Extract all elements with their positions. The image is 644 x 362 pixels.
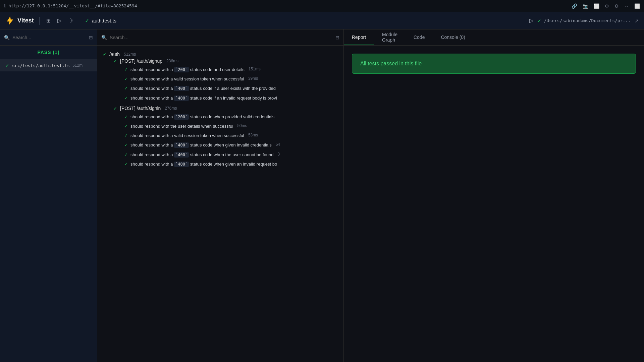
- test-name: should respond with the user details whe…: [130, 123, 233, 129]
- resize-icon[interactable]: ↔: [624, 3, 629, 9]
- test-check-icon: ✓: [124, 152, 128, 157]
- report-tabs: Report ModuleGraph Code Console (0): [344, 29, 644, 46]
- file-search-bar: 🔍 ⊟: [0, 29, 97, 46]
- test-item: ✓ should respond with a `400` status cod…: [124, 160, 338, 169]
- suite-check-icon-auth: ✓: [103, 52, 107, 57]
- test-group-signup: ✓ [POST] /auth/signup 236ms ✓ should res…: [103, 58, 338, 103]
- test-item: ✓ should respond with a valid session to…: [124, 74, 338, 84]
- test-time: 54: [276, 142, 280, 147]
- signin-tests: ✓ should respond with a `200` status cod…: [113, 112, 338, 169]
- group-time-signup: 236ms: [166, 59, 178, 63]
- test-name: should respond with a `400` status code …: [130, 152, 273, 158]
- filter-icon[interactable]: ⊟: [89, 35, 93, 40]
- test-time: 3: [277, 152, 280, 157]
- group-header-signin: ✓ [POST] /auth/signin 276ms: [113, 106, 338, 111]
- test-check-icon: ✓: [124, 142, 128, 147]
- all-tests-passed-text: All tests passed in this file: [360, 61, 422, 66]
- link-icon[interactable]: 🔗: [572, 3, 577, 9]
- group-check-icon-signin: ✓: [113, 106, 117, 111]
- report-content: All tests passed in this file: [344, 46, 644, 82]
- vitest-logo-icon: [5, 16, 15, 25]
- test-suite-auth: ✓ /auth 512ms ✓ [POST] /auth/signup 236m…: [97, 50, 343, 171]
- file-item-time: 512m: [72, 63, 83, 68]
- window-icon[interactable]: ⬜: [634, 3, 640, 9]
- file-search-input[interactable]: [12, 35, 86, 40]
- test-name: should respond with a `400` status code …: [130, 85, 276, 92]
- tab-icon[interactable]: ⬜: [594, 3, 599, 9]
- test-item: ✓ should respond with a `200` status cod…: [124, 65, 338, 74]
- test-item: ✓ should respond with a `400` status cod…: [124, 84, 338, 93]
- logo: Vitest: [5, 16, 34, 25]
- test-list: ✓ /auth 512ms ✓ [POST] /auth/signup 236m…: [97, 46, 343, 362]
- test-search-icon: 🔍: [101, 35, 107, 40]
- group-name-signin: [POST] /auth/signin: [120, 106, 161, 111]
- test-name: should respond with a `400` status code …: [130, 142, 272, 148]
- report-panel: Report ModuleGraph Code Console (0) All …: [344, 29, 644, 362]
- test-panel: 🔍 ⊟ ✓ /auth 512ms ✓ [POST]: [97, 29, 344, 362]
- test-check-icon: ✓: [124, 114, 128, 119]
- test-name: should respond with a `400` status code …: [130, 161, 277, 167]
- tab-report[interactable]: Report: [344, 29, 374, 45]
- grid-button[interactable]: ⊞: [45, 16, 52, 25]
- tab-console[interactable]: Console (0): [433, 29, 473, 45]
- group-time-signin: 276ms: [165, 106, 177, 111]
- test-name: should respond with a valid session toke…: [130, 133, 244, 139]
- test-name: should respond with a `200` status code …: [130, 114, 274, 120]
- test-check-icon: ✓: [124, 133, 128, 138]
- svg-marker-0: [7, 16, 13, 25]
- test-check-icon: ✓: [124, 124, 128, 129]
- test-search-bar: 🔍 ⊟: [97, 29, 343, 46]
- all-tests-passed-banner: All tests passed in this file: [352, 54, 636, 74]
- test-check-icon: ✓: [124, 67, 128, 72]
- toolbar: Vitest ⊞ ▷ ☽ ✓ auth.test.ts ▷ ✓ /Users/s…: [0, 12, 644, 29]
- group-check-icon-signup: ✓: [113, 58, 117, 64]
- test-check-icon: ✓: [124, 96, 128, 101]
- test-item: ✓ should respond with a `200` status cod…: [124, 112, 338, 122]
- run-button[interactable]: ▷: [56, 16, 63, 25]
- test-item: ✓ should respond with a `400` status cod…: [124, 94, 338, 103]
- test-item: ✓ should respond with a `400` status cod…: [124, 140, 338, 150]
- file-check-icon: ✓: [85, 17, 89, 24]
- toolbar-actions: ⊞ ▷ ☽: [45, 16, 74, 25]
- main-content: 🔍 ⊟ PASS (1) ✓ src/tests/auth.test.ts 51…: [0, 29, 644, 362]
- tab-module-graph[interactable]: ModuleGraph: [374, 29, 406, 45]
- camera-icon[interactable]: 📷: [583, 3, 588, 9]
- browser-actions: 🔗 📷 ⬜ ⚙ ⚙ ↔ ⬜: [572, 3, 640, 9]
- group-name-signup: [POST] /auth/signup: [120, 58, 162, 64]
- browser-bar: ℹ http://127.0.0.1:51204/__vitest__/#fil…: [0, 0, 644, 12]
- settings-icon[interactable]: ⚙: [605, 3, 609, 9]
- group-header-signup: ✓ [POST] /auth/signup 236ms: [113, 58, 338, 64]
- file-list-item[interactable]: ✓ src/tests/auth.test.ts 512m: [0, 59, 97, 71]
- test-name: should respond with a `400` status code …: [130, 95, 277, 101]
- open-external-icon[interactable]: ↗: [635, 18, 639, 23]
- file-path: ✓ /Users/sabinadams/Documents/pr...: [537, 18, 631, 23]
- signup-tests: ✓ should respond with a `200` status cod…: [113, 65, 338, 103]
- test-item: ✓ should respond with a `400` status cod…: [124, 150, 338, 160]
- toolbar-divider: [39, 17, 40, 25]
- suite-time-auth: 512ms: [124, 52, 136, 57]
- app: Vitest ⊞ ▷ ☽ ✓ auth.test.ts ▷ ✓ /Users/s…: [0, 12, 644, 362]
- moon-button[interactable]: ☽: [67, 16, 74, 25]
- toolbar-right: ▷ ✓ /Users/sabinadams/Documents/pr... ↗: [529, 17, 639, 24]
- info-icon: ℹ: [4, 3, 6, 8]
- test-item: ✓ should respond with a valid session to…: [124, 131, 338, 140]
- test-time: 53ms: [248, 133, 258, 137]
- logo-text: Vitest: [17, 17, 34, 24]
- test-filter-icon[interactable]: ⊟: [335, 35, 339, 40]
- test-name: should respond with a `200` status code …: [130, 67, 245, 73]
- test-check-icon: ✓: [124, 76, 128, 81]
- file-item-check-icon: ✓: [5, 63, 9, 68]
- file-search-icon: 🔍: [4, 35, 10, 40]
- file-name: auth.test.ts: [92, 18, 116, 23]
- settings2-icon[interactable]: ⚙: [614, 3, 619, 9]
- file-path-text: /Users/sabinadams/Documents/pr...: [544, 18, 631, 23]
- browser-url: http://127.0.0.1:51204/__vitest__/#file=…: [8, 3, 137, 8]
- pass-label: PASS (1): [0, 46, 97, 59]
- tab-code[interactable]: Code: [406, 29, 433, 45]
- test-search-input[interactable]: [110, 35, 333, 40]
- suite-header-auth: ✓ /auth 512ms: [103, 52, 338, 57]
- toolbar-run-icon[interactable]: ▷: [529, 17, 533, 24]
- test-check-icon: ✓: [124, 162, 128, 167]
- toolbar-file: ✓ auth.test.ts: [85, 17, 116, 24]
- test-check-icon: ✓: [124, 86, 128, 91]
